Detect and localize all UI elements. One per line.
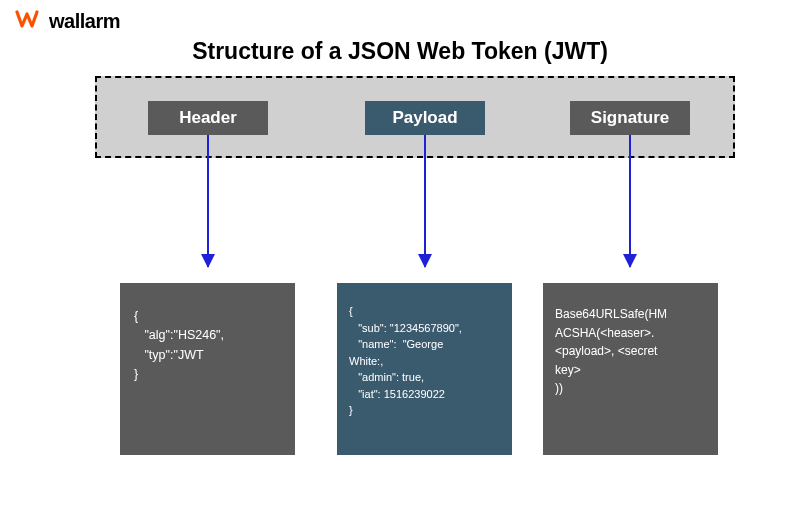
code-block-header: { "alg":"HS246", "typ":"JWT } — [120, 283, 295, 455]
label-payload: Payload — [365, 101, 485, 135]
code-block-signature: Base64URLSafe(HM ACSHA(<heaser>. <payloa… — [543, 283, 718, 455]
code-block-payload: { "sub": "1234567890", "name": "George W… — [337, 283, 512, 455]
label-header: Header — [148, 101, 268, 135]
logo-text: wallarm — [49, 10, 120, 33]
arrow-down-icon — [629, 135, 631, 267]
wallarm-logo-icon — [15, 8, 43, 34]
logo: wallarm — [15, 8, 120, 34]
arrow-down-icon — [207, 135, 209, 267]
arrow-down-icon — [424, 135, 426, 267]
label-signature: Signature — [570, 101, 690, 135]
diagram-title: Structure of a JSON Web Token (JWT) — [0, 38, 800, 65]
